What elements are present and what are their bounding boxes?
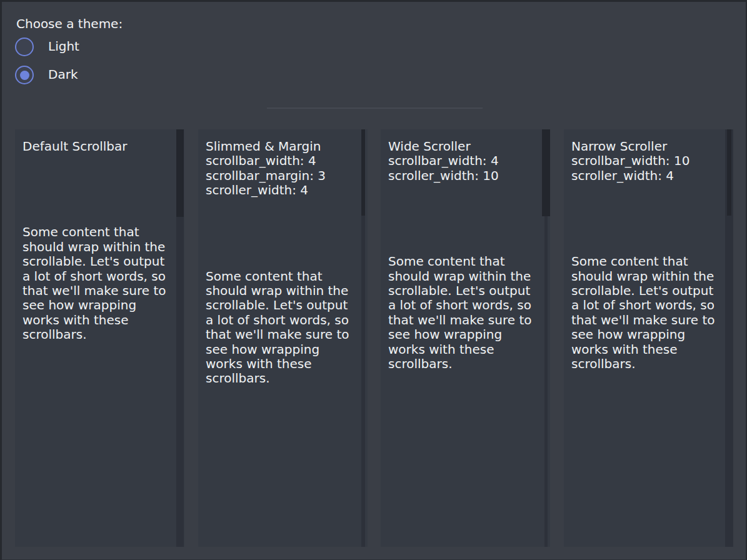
scrollbar-thumb[interactable]	[176, 129, 184, 217]
app-window: Choose a theme: Light Dark Default Scrol…	[0, 0, 747, 560]
radio-dark-icon[interactable]	[15, 66, 34, 84]
panel-content: Wide Scroller scrollbar_width: 4 scrolle…	[381, 129, 550, 371]
panel-title: Slimmed & Margin	[206, 139, 360, 154]
panel-param: scroller_width: 10	[388, 169, 543, 183]
radio-option-light[interactable]: Light	[15, 38, 79, 56]
panel-default-scrollbar[interactable]: Default Scrollbar Some content that shou…	[15, 129, 184, 547]
panel-narrow-scroller[interactable]: Narrow Scroller scrollbar_width: 10 scro…	[564, 129, 733, 547]
radio-light-icon[interactable]	[15, 38, 34, 56]
radio-dark-dot	[20, 71, 29, 80]
panel-param: scrollbar_width: 10	[571, 154, 726, 168]
panel-body-text: Some content that should wrap within the…	[388, 254, 537, 371]
panel-param: scrollbar_margin: 3	[206, 169, 360, 183]
panel-content: Narrow Scroller scrollbar_width: 10 scro…	[564, 129, 733, 371]
panel-body-text: Some content that should wrap within the…	[23, 225, 171, 342]
radio-option-dark[interactable]: Dark	[15, 66, 78, 84]
panel-body-text: Some content that should wrap within the…	[206, 269, 354, 386]
radio-dark-label[interactable]: Dark	[48, 68, 78, 82]
panel-content: Slimmed & Margin scrollbar_width: 4 scro…	[198, 129, 368, 386]
panel-param: scrollbar_width: 4	[206, 154, 360, 168]
panel-slimmed-margin[interactable]: Slimmed & Margin scrollbar_width: 4 scro…	[198, 129, 368, 547]
panel-param: scroller_width: 4	[206, 183, 360, 198]
panel-body-text: Some content that should wrap within the…	[571, 254, 720, 371]
panel-header: Default Scrollbar	[23, 139, 177, 154]
theme-chooser-label: Choose a theme:	[16, 17, 123, 31]
panel-title: Wide Scroller	[388, 139, 543, 154]
scrollbar-thumb[interactable]	[727, 129, 731, 216]
panel-header: Slimmed & Margin scrollbar_width: 4 scro…	[206, 139, 360, 198]
panel-title: Default Scrollbar	[23, 139, 177, 154]
panel-param: scroller_width: 4	[571, 169, 726, 183]
panel-header: Narrow Scroller scrollbar_width: 10 scro…	[571, 139, 726, 183]
scrollbar-thumb[interactable]	[361, 129, 365, 216]
panel-wide-scroller[interactable]: Wide Scroller scrollbar_width: 4 scrolle…	[381, 129, 550, 547]
radio-light-dot	[20, 42, 29, 52]
panel-title: Narrow Scroller	[571, 139, 726, 154]
scrollbar-thumb[interactable]	[542, 129, 550, 216]
panel-header: Wide Scroller scrollbar_width: 4 scrolle…	[388, 139, 543, 183]
panel-param: scrollbar_width: 4	[388, 154, 543, 168]
radio-light-label[interactable]: Light	[48, 39, 79, 54]
panel-content: Default Scrollbar Some content that shou…	[15, 129, 184, 342]
section-divider	[267, 108, 483, 109]
